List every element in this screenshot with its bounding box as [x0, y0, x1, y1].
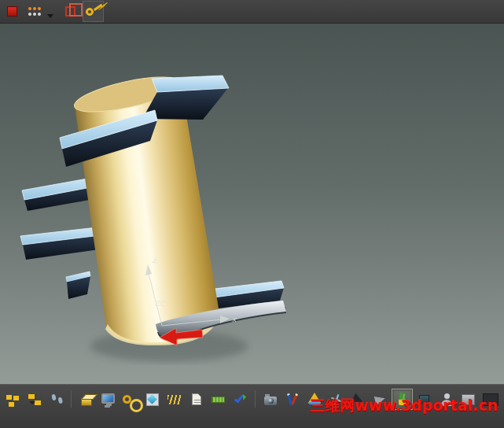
camera-icon-glyph [264, 397, 277, 405]
display-icon-glyph [101, 393, 115, 404]
yellow-blocks-icon-glyph [6, 393, 20, 406]
toolbar-separator [255, 390, 256, 408]
chain-links-icon-glyph [123, 395, 131, 404]
diamond-box-icon[interactable] [142, 389, 163, 410]
checkmark-icon-glyph [234, 393, 243, 403]
toolbar-separator [71, 390, 72, 408]
spring-icon[interactable] [164, 389, 185, 410]
viewport-3d[interactable]: z x ZC [0, 24, 504, 384]
checkmark-icon[interactable] [230, 389, 251, 410]
dots-grid-icon[interactable] [24, 1, 46, 22]
tag-icon-glyph [192, 393, 201, 405]
box-icon-glyph [81, 398, 92, 406]
tag-icon[interactable] [186, 389, 207, 410]
red-cube-icon[interactable] [60, 1, 81, 22]
footprints-icon[interactable] [46, 389, 67, 410]
top-toolbar [0, 0, 504, 24]
dropdown-arrow-icon[interactable] [47, 14, 53, 18]
watermark-text: 三维网www.3dportal.cn [310, 396, 498, 416]
ruler-icon[interactable] [208, 389, 229, 410]
diamond-box-icon-glyph [146, 393, 159, 406]
application-window: z x ZC 三维网www.3dportal.cn [0, 0, 504, 428]
yellow-steps-icon-glyph [28, 393, 42, 406]
model-canvas: z x ZC [0, 24, 504, 384]
key-icon[interactable] [83, 1, 104, 22]
box-icon[interactable] [75, 389, 97, 410]
blade-left-small [66, 271, 90, 299]
yellow-steps-icon[interactable] [24, 389, 45, 410]
key-icon-glyph [84, 6, 95, 17]
display-icon[interactable] [97, 389, 119, 410]
brushes-icon-glyph [286, 393, 299, 406]
ruler-icon-glyph [212, 397, 225, 403]
model-impeller[interactable] [20, 70, 286, 362]
origin-label: ZC [155, 300, 166, 308]
camera-icon[interactable] [259, 389, 281, 410]
red-swatch-icon-glyph [7, 6, 17, 17]
footprints-icon-glyph [50, 393, 63, 406]
red-cube-icon-glyph [65, 6, 75, 17]
spring-icon-glyph [167, 395, 181, 404]
yellow-blocks-icon[interactable] [2, 389, 23, 410]
chain-links-icon[interactable] [120, 389, 141, 410]
dots-grid-icon-glyph [28, 6, 42, 17]
brushes-icon[interactable] [281, 389, 303, 410]
red-swatch-icon[interactable] [2, 1, 23, 22]
